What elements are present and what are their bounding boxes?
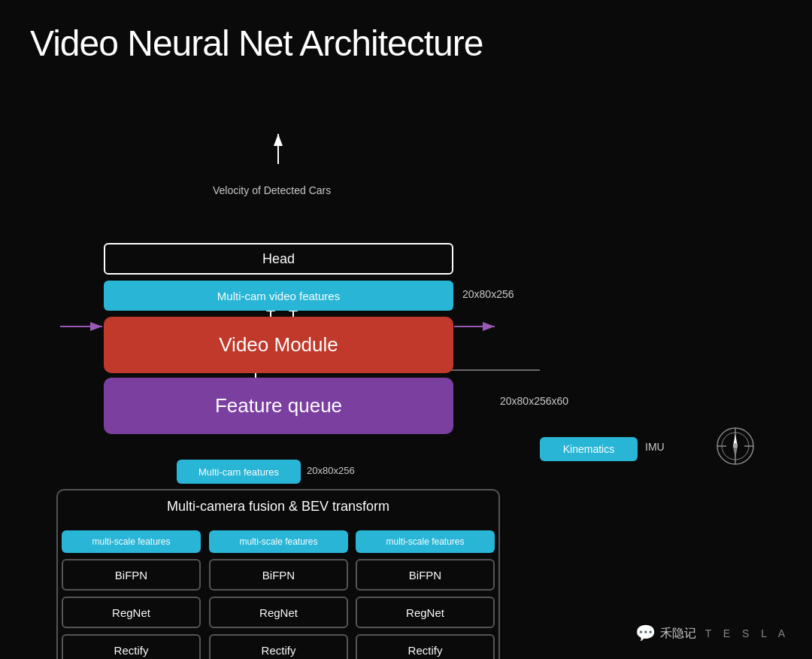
head-block: Head	[104, 243, 453, 275]
multiscale-pillar: multi-scale features	[209, 530, 348, 553]
velocity-label: Velocity of Detected Cars	[213, 184, 331, 196]
tesla-logo: T E S L A	[705, 627, 789, 639]
rectify-pillar: Rectify	[209, 634, 348, 659]
multicam-video-block: Multi-cam video features	[104, 281, 453, 311]
multicam-features-block: Multi-cam features	[177, 460, 301, 484]
multiscale-repeater: multi-scale features	[356, 530, 495, 553]
regnet-repeater: RegNet	[356, 597, 495, 628]
watermark: 💬 禾隐记 T E S L A	[635, 624, 789, 643]
compass-icon	[716, 427, 755, 466]
dim-label-mid: 20x80x256	[307, 465, 355, 476]
multiscale-main: multi-scale features	[62, 530, 201, 553]
dim-label-right: 20x80x256x60	[500, 395, 568, 407]
imu-label: IMU	[645, 441, 665, 453]
watermark-text: 禾隐记	[660, 626, 696, 642]
dim-label-top: 20x80x256	[462, 288, 514, 300]
camera-col-pillar: multi-scale features BiFPN RegNet Rectif…	[209, 530, 348, 659]
rectify-repeater: Rectify	[356, 634, 495, 659]
bifpn-main: BiFPN	[62, 559, 201, 591]
kinematics-block: Kinematics	[540, 437, 638, 461]
regnet-main: RegNet	[62, 597, 201, 628]
feature-queue-block: Feature queue	[104, 378, 453, 434]
bifpn-pillar: BiFPN	[209, 559, 348, 591]
rectify-main: Rectify	[62, 634, 201, 659]
video-module-block: Video Module	[104, 317, 453, 373]
fusion-title: Multi-camera fusion & BEV transform	[56, 499, 500, 515]
regnet-pillar: RegNet	[209, 597, 348, 628]
page-title: Video Neural Net Architecture	[0, 0, 812, 79]
svg-point-18	[733, 444, 738, 448]
wechat-icon: 💬	[635, 624, 656, 643]
camera-col-main: multi-scale features BiFPN RegNet Rectif…	[62, 530, 201, 659]
bifpn-repeater: BiFPN	[356, 559, 495, 591]
camera-col-repeater: multi-scale features BiFPN RegNet Rectif…	[356, 530, 495, 659]
wechat-badge: 💬 禾隐记	[635, 624, 696, 643]
